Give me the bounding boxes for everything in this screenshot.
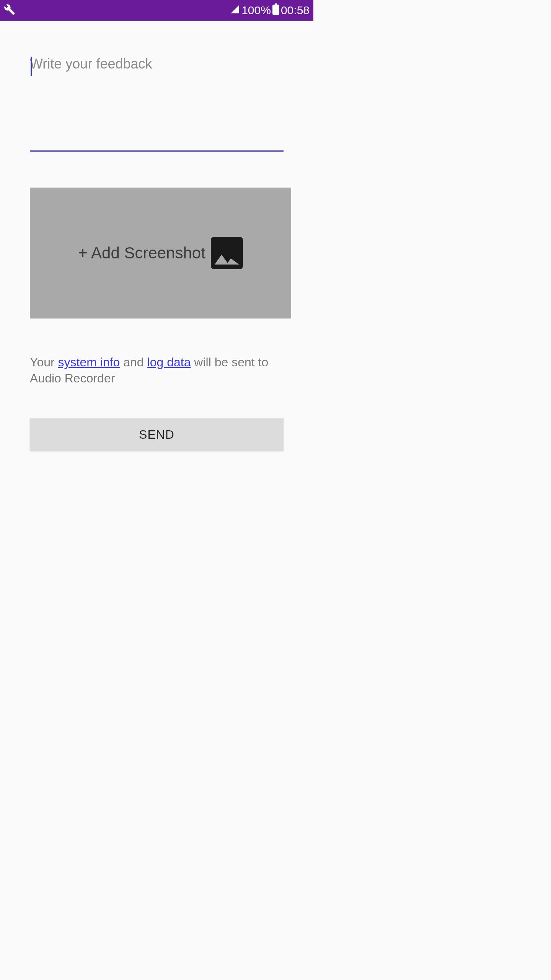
feedback-content: + Add Screenshot Your system info and lo… xyxy=(0,56,313,451)
clock-time: 00:58 xyxy=(281,4,310,17)
image-icon xyxy=(211,237,243,269)
send-button[interactable]: SEND xyxy=(30,418,284,451)
status-bar: 100% 00:58 xyxy=(0,0,313,21)
info-text: Your system info and log data will be se… xyxy=(30,354,284,386)
add-screenshot-label: + Add Screenshot xyxy=(78,244,205,262)
info-text-prefix: Your xyxy=(30,355,58,369)
signal-icon xyxy=(230,4,240,17)
feedback-input[interactable] xyxy=(30,56,284,152)
text-cursor xyxy=(31,57,32,76)
status-bar-left xyxy=(4,4,15,17)
add-screenshot-button[interactable]: + Add Screenshot xyxy=(30,188,291,318)
system-info-link[interactable]: system info xyxy=(58,355,120,369)
feedback-input-container xyxy=(30,56,284,153)
wrench-icon xyxy=(4,4,15,17)
info-text-middle: and xyxy=(120,355,147,369)
battery-percent: 100% xyxy=(241,4,271,17)
battery-icon xyxy=(272,3,279,18)
log-data-link[interactable]: log data xyxy=(147,355,191,369)
status-bar-right: 100% 00:58 xyxy=(230,3,310,18)
